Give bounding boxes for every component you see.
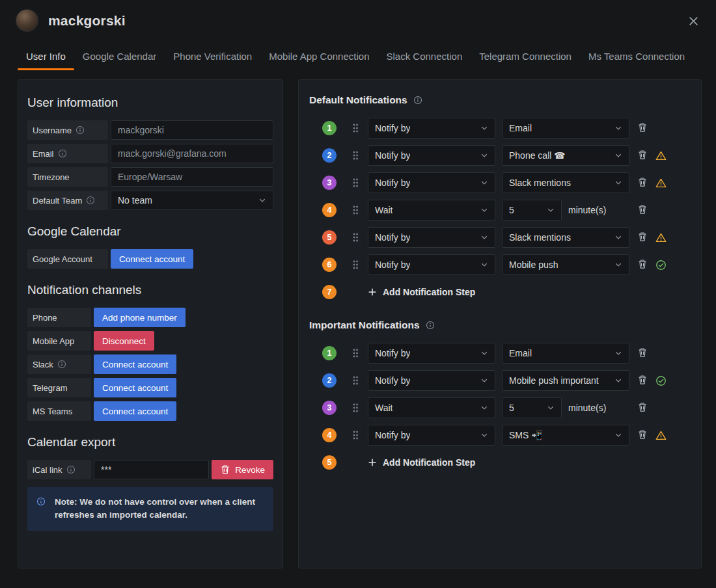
phone-channel-row: Phone Add phone number (27, 308, 273, 327)
notify-channel-select[interactable]: Phone call ☎ (502, 145, 629, 166)
chevron-down-icon (614, 179, 622, 187)
revoke-button[interactable]: Revoke (212, 460, 273, 479)
add-phone-number-button[interactable]: Add phone number (94, 308, 186, 327)
delete-step-button[interactable] (637, 375, 649, 386)
notification-step-row: 1 Notify by Email (322, 118, 691, 139)
drag-handle-icon[interactable] (352, 260, 359, 270)
chevron-down-icon (480, 152, 488, 159)
slack-connect-account-button[interactable]: Connect account (94, 354, 176, 374)
user-info-panel: User information Username Email Timezone… (18, 79, 283, 568)
warning-icon (655, 430, 667, 441)
notify-channel-select[interactable]: SMS 📲 (502, 425, 629, 446)
notify-type-select[interactable]: Wait (368, 200, 495, 220)
step-number: 7 (322, 285, 337, 299)
email-field-row: Email (27, 144, 273, 163)
drag-handle-icon[interactable] (352, 232, 359, 243)
notify-channel-select[interactable]: Mobile push important (502, 370, 629, 391)
notify-type-select[interactable]: Notify by (368, 370, 495, 391)
delete-step-button[interactable] (637, 150, 649, 161)
notification-step-row: 3 Notify by Slack mentions (322, 172, 691, 193)
notify-channel-select[interactable]: Email (502, 343, 629, 364)
default-notifications-heading: Default Notifications (309, 94, 691, 106)
email-input[interactable] (111, 144, 273, 163)
slack-label: Slack (27, 354, 91, 374)
warning-icon (655, 178, 667, 189)
chevron-down-icon (480, 431, 488, 439)
drag-handle-icon[interactable] (352, 348, 359, 358)
wait-suffix-label: minute(s) (568, 403, 606, 413)
drag-handle-icon[interactable] (352, 205, 359, 215)
info-icon (36, 497, 48, 522)
notify-channel-select[interactable]: Slack mentions (502, 227, 629, 248)
chevron-down-icon (480, 179, 488, 187)
notify-type-select[interactable]: Notify by (368, 172, 495, 193)
notification-step-row: 2 Notify by Mobile push important (322, 370, 691, 391)
ms-teams-connect-account-button[interactable]: Connect account (94, 401, 176, 421)
ical-link-row: iCal link Revoke (27, 460, 273, 479)
delete-step-button[interactable] (637, 232, 649, 243)
notify-type-select[interactable]: Notify by (368, 425, 495, 446)
drag-handle-icon[interactable] (352, 375, 359, 386)
chevron-down-icon (614, 349, 622, 357)
add-notification-step-button[interactable]: Add Notification Step (368, 287, 475, 297)
tab-google-calendar[interactable]: Google Calendar (74, 45, 165, 70)
delete-step-button[interactable] (637, 204, 649, 216)
disconnect-mobile-app-button[interactable]: Disconnect (94, 331, 154, 351)
tab-phone-verification[interactable]: Phone Verification (165, 45, 260, 70)
drag-handle-icon[interactable] (352, 150, 359, 161)
telegram-connect-account-button[interactable]: Connect account (94, 378, 176, 397)
notify-channel-select[interactable]: Mobile push (502, 254, 629, 275)
tab-slack-connection[interactable]: Slack Connection (378, 45, 471, 70)
chevron-down-icon (614, 261, 622, 269)
notify-type-select[interactable]: Notify by (368, 145, 495, 166)
chevron-down-icon (480, 206, 488, 214)
delete-step-button[interactable] (637, 402, 649, 414)
add-notification-step-button[interactable]: Add Notification Step (368, 457, 475, 468)
phone-label: Phone (27, 308, 91, 327)
plus-icon (368, 287, 377, 297)
google-connect-account-button[interactable]: Connect account (111, 249, 193, 269)
slack-channel-row: Slack Connect account (27, 354, 273, 374)
drag-handle-icon[interactable] (352, 123, 359, 133)
trash-icon (220, 464, 230, 475)
add-step-row: 7 Add Notification Step (322, 282, 691, 302)
delete-step-button[interactable] (637, 347, 649, 359)
tab-ms-teams-connection[interactable]: Ms Teams Connection (580, 45, 693, 70)
delete-step-button[interactable] (637, 177, 649, 189)
notify-channel-select[interactable]: Slack mentions (502, 172, 629, 193)
notify-channel-select[interactable]: Email (502, 118, 629, 139)
delete-step-button[interactable] (637, 259, 649, 271)
timezone-input[interactable] (111, 167, 273, 187)
notification-step-row: 1 Notify by Email (322, 343, 691, 364)
mobile-app-channel-row: Mobile App Disconnect (27, 331, 273, 351)
default-team-select[interactable]: No team (111, 191, 273, 210)
wait-duration-select[interactable]: 5 (502, 397, 562, 418)
notify-type-select[interactable]: Notify by (368, 343, 495, 364)
step-number: 1 (322, 121, 337, 135)
notify-type-select[interactable]: Wait (368, 397, 495, 418)
delete-step-button[interactable] (637, 122, 649, 134)
chevron-down-icon (614, 377, 622, 384)
chevron-down-icon (480, 404, 488, 412)
drag-handle-icon[interactable] (352, 430, 359, 440)
ical-link-input[interactable] (94, 460, 209, 479)
chevron-down-icon (480, 377, 488, 384)
tab-mobile-app-connection[interactable]: Mobile App Connection (260, 45, 378, 70)
default-team-label: Default Team (27, 191, 108, 210)
tab-telegram-connection[interactable]: Telegram Connection (471, 45, 580, 70)
email-label: Email (27, 144, 108, 163)
notify-type-select[interactable]: Notify by (368, 254, 495, 275)
close-icon[interactable] (685, 13, 702, 29)
ical-link-label: iCal link (27, 460, 91, 479)
google-account-label: Google Account (27, 249, 108, 269)
drag-handle-icon[interactable] (352, 403, 359, 413)
drag-handle-icon[interactable] (352, 178, 359, 188)
step-number: 4 (322, 203, 337, 217)
notify-type-select[interactable]: Notify by (368, 227, 495, 248)
wait-duration-select[interactable]: 5 (502, 200, 562, 220)
tab-user-info[interactable]: User Info (18, 45, 74, 70)
step-number: 6 (322, 258, 337, 272)
username-input[interactable] (111, 120, 273, 140)
delete-step-button[interactable] (637, 429, 649, 441)
notify-type-select[interactable]: Notify by (368, 118, 495, 139)
